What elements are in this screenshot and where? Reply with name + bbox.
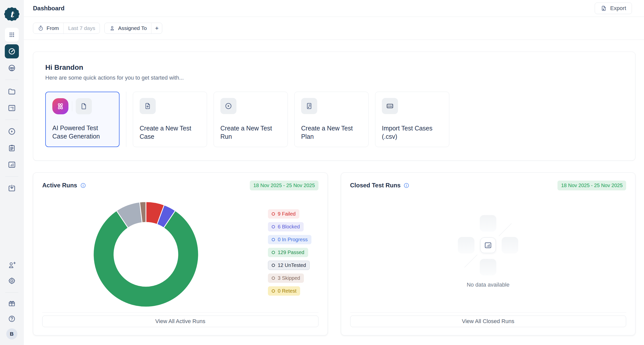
stats-row: Active Runs 18 Nov 2025 - 25 Nov 2025 bbox=[33, 173, 635, 335]
sidebar-item-reports[interactable] bbox=[5, 158, 19, 172]
status-dot-icon bbox=[272, 238, 275, 241]
date-range-badge: 18 Nov 2025 - 25 Nov 2025 bbox=[250, 181, 318, 190]
test-plan-icon bbox=[305, 102, 313, 110]
icon-divider bbox=[72, 101, 72, 111]
date-filter-chip: From Last 7 days bbox=[33, 23, 100, 34]
ghost-square bbox=[502, 237, 518, 254]
assigned-to-filter[interactable]: Assigned To bbox=[105, 23, 151, 33]
action-ai-test-case-generation[interactable]: AI Powered Test Case Generation bbox=[45, 92, 119, 147]
sidebar-item-dashboard[interactable] bbox=[5, 44, 19, 58]
ghost-square bbox=[458, 237, 474, 254]
sidebar-item-settings[interactable] bbox=[6, 275, 18, 287]
sidebar-item-repository[interactable] bbox=[5, 84, 19, 98]
status-dot-icon bbox=[272, 289, 275, 293]
plan-icon-box bbox=[301, 98, 317, 114]
date-filter-from[interactable]: From bbox=[33, 23, 63, 33]
status-dot-icon bbox=[272, 251, 275, 254]
sidebar-divider bbox=[5, 120, 18, 120]
legend-label: 12 UnTested bbox=[278, 262, 306, 268]
action-create-test-case[interactable]: Create a New Test Case bbox=[133, 92, 207, 147]
closed-runs-body: No data available bbox=[350, 191, 626, 312]
donut-legend: 9 Failed 6 Blocked 0 In Progress 12 bbox=[268, 209, 311, 296]
atom-icon bbox=[56, 101, 65, 111]
file-icon bbox=[80, 102, 88, 110]
empty-state: No data available bbox=[350, 191, 626, 312]
sidebar-item-test-cases[interactable] bbox=[5, 101, 19, 115]
status-dot-icon bbox=[272, 277, 275, 280]
action-create-test-run[interactable]: Create a New Test Run bbox=[214, 92, 288, 147]
sidebar-item-ai-assistant[interactable] bbox=[5, 61, 19, 75]
info-icon[interactable] bbox=[404, 183, 409, 188]
add-filter-button[interactable]: + bbox=[151, 23, 162, 33]
sidebar-item-import[interactable] bbox=[5, 181, 19, 195]
export-file-icon bbox=[600, 5, 607, 12]
status-dot-icon bbox=[272, 264, 275, 267]
question-circle-icon bbox=[8, 315, 16, 323]
assigned-filter-chip: Assigned To + bbox=[104, 23, 162, 34]
dashboard-content: Hi Brandon Here are some quick actions f… bbox=[24, 40, 644, 345]
sidebar-item-invite-user[interactable] bbox=[6, 259, 18, 271]
view-all-active-runs-button[interactable]: View All Active Runs bbox=[42, 316, 318, 327]
active-runs-title: Active Runs bbox=[42, 182, 77, 189]
empty-chart-box bbox=[480, 237, 496, 253]
import-icon bbox=[8, 184, 16, 192]
connector-line bbox=[464, 255, 477, 268]
connector-line bbox=[499, 223, 512, 236]
bar-chart-icon bbox=[8, 160, 16, 169]
file-icon-box bbox=[76, 98, 92, 114]
closed-runs-footer: View All Closed Runs bbox=[350, 312, 626, 327]
status-dot-icon bbox=[272, 225, 275, 228]
legend-item-retest[interactable]: 0 Retest bbox=[268, 286, 300, 296]
sidebar: t bbox=[0, 0, 24, 345]
legend-item-skipped[interactable]: 3 Skipped bbox=[268, 273, 304, 283]
sidebar-divider bbox=[5, 80, 18, 80]
svg-text:CSV: CSV bbox=[388, 105, 392, 108]
action-import-test-cases[interactable]: CSV Import Test Cases (.csv) bbox=[375, 92, 449, 147]
action-icon-row bbox=[220, 98, 281, 114]
clipboard-icon bbox=[8, 144, 16, 152]
active-runs-header: Active Runs 18 Nov 2025 - 25 Nov 2025 bbox=[42, 180, 318, 191]
action-icon-row: CSV bbox=[382, 98, 442, 114]
action-label: Import Test Cases (.csv) bbox=[382, 124, 442, 141]
bar-chart-icon bbox=[484, 241, 492, 250]
legend-label: 3 Skipped bbox=[278, 275, 300, 281]
gear-icon bbox=[8, 277, 16, 285]
csv-icon: CSV bbox=[386, 102, 394, 110]
legend-label: 6 Blocked bbox=[278, 224, 300, 230]
date-range-badge: 18 Nov 2025 - 25 Nov 2025 bbox=[557, 181, 626, 190]
play-icon-box bbox=[220, 98, 236, 114]
play-circle-icon bbox=[224, 102, 232, 110]
legend-label: 0 Retest bbox=[278, 288, 296, 294]
legend-item-blocked[interactable]: 6 Blocked bbox=[268, 222, 304, 231]
app-switcher-button[interactable] bbox=[5, 28, 19, 42]
date-filter-value[interactable]: Last 7 days bbox=[63, 23, 100, 33]
closed-runs-card: Closed Test Runs 18 Nov 2025 - 25 Nov 20… bbox=[341, 173, 636, 335]
page-title: Dashboard bbox=[33, 5, 64, 12]
sidebar-item-whats-new[interactable] bbox=[6, 297, 18, 309]
sidebar-item-test-runs[interactable] bbox=[5, 124, 19, 139]
button-label: View All Active Runs bbox=[155, 318, 205, 325]
from-value: Last 7 days bbox=[68, 25, 95, 31]
gauge-icon bbox=[8, 47, 16, 55]
main-area: Dashboard Export From Last 7 days bbox=[24, 0, 644, 345]
legend-item-passed[interactable]: 129 Passed bbox=[268, 248, 308, 257]
legend-item-untested[interactable]: 12 UnTested bbox=[268, 261, 310, 270]
action-create-test-plan[interactable]: Create a New Test Plan bbox=[294, 92, 369, 147]
sidebar-item-help[interactable] bbox=[6, 313, 18, 325]
ai-gradient-badge bbox=[52, 98, 68, 114]
button-label: View All Closed Runs bbox=[462, 318, 514, 325]
export-button[interactable]: Export bbox=[595, 3, 632, 14]
gift-icon bbox=[8, 299, 16, 307]
ghost-square bbox=[480, 259, 496, 275]
app-logo: t bbox=[4, 7, 19, 22]
action-icon-row bbox=[52, 98, 112, 114]
legend-item-in-progress[interactable]: 0 In Progress bbox=[268, 235, 311, 244]
robot-icon bbox=[8, 64, 16, 72]
action-icon-row bbox=[301, 98, 362, 114]
view-all-closed-runs-button[interactable]: View All Closed Runs bbox=[350, 316, 626, 327]
user-avatar[interactable]: B bbox=[6, 328, 17, 339]
legend-item-failed[interactable]: 9 Failed bbox=[268, 209, 299, 219]
info-icon[interactable] bbox=[80, 183, 86, 188]
empty-state-graphic bbox=[458, 215, 518, 275]
sidebar-item-test-plans[interactable] bbox=[5, 141, 19, 155]
